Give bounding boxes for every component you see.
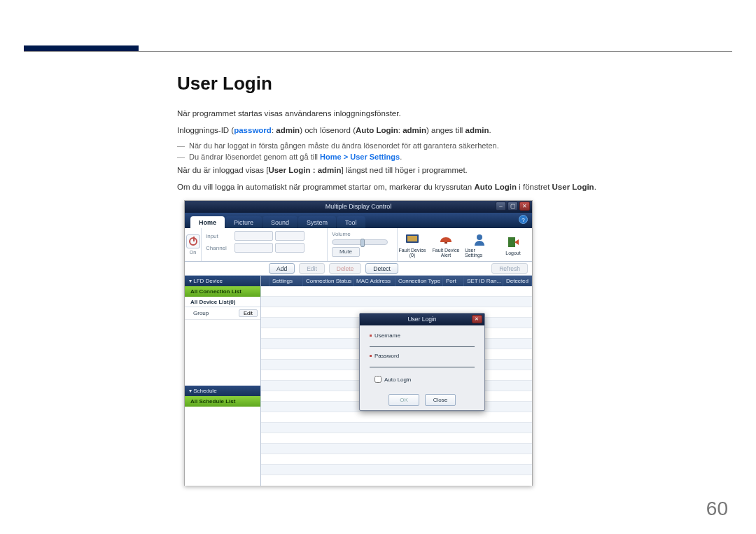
table-row [261, 297, 532, 307]
header-accent-bar [24, 45, 139, 51]
sidebar-all-connection[interactable]: All Connection List [185, 286, 260, 297]
input-label: Input [206, 233, 232, 239]
col-detected[interactable]: Detected [503, 276, 532, 286]
intro-paragraph: När programmet startas visas användarens… [177, 107, 721, 120]
username-label: Username [374, 332, 410, 339]
sidebar-spacer-2 [185, 407, 260, 486]
required-indicator-icon [370, 355, 372, 357]
sidebar-group-edit-button[interactable]: Edit [239, 309, 258, 317]
table-row [261, 433, 532, 444]
menu-tab-bar: Home Picture Sound System Tool ? [185, 213, 532, 228]
note-first-login: När du har loggat in första gången måste… [177, 141, 721, 150]
col-port[interactable]: Port [443, 276, 464, 286]
col-checkbox[interactable] [261, 276, 270, 286]
svg-rect-4 [508, 237, 515, 247]
ribbon-toolbar: On Input Channel Volume Mute Fa [185, 228, 532, 262]
password-label: Password [374, 353, 410, 359]
window-controls: – ▢ ✕ [496, 202, 530, 211]
power-label: On [190, 250, 196, 255]
input-channel-group: Input Channel [202, 228, 328, 261]
channel-select[interactable] [234, 243, 273, 253]
document-body: User Login När programmet startas visas … [177, 73, 721, 198]
user-settings-icon[interactable]: User Settings [465, 232, 494, 258]
auto-login-row: Auto Login [374, 376, 475, 383]
power-button[interactable] [186, 234, 200, 248]
mute-button[interactable]: Mute [332, 247, 360, 257]
sidebar-all-schedule[interactable]: All Schedule List [185, 396, 260, 407]
tab-system[interactable]: System [298, 216, 336, 228]
table-row [261, 286, 532, 297]
table-header-row: Settings Connection Status MAC Address C… [261, 276, 532, 286]
main-area: ▾ LFD Device All Connection List All Dev… [185, 276, 532, 486]
autologin-paragraph: Om du vill logga in automatiskt när prog… [177, 181, 721, 193]
minimize-button[interactable]: – [496, 202, 506, 211]
detect-button[interactable]: Detect [365, 263, 398, 274]
col-setid[interactable]: SET ID Ran... [464, 276, 503, 286]
page-number: 60 [706, 498, 728, 520]
login-dialog-body: Username Password Auto Login [360, 325, 484, 410]
sidebar-schedule-header[interactable]: ▾ Schedule [185, 386, 260, 396]
logout-label: Logout [505, 251, 520, 255]
password-input[interactable] [370, 358, 475, 367]
window-titlebar: Multiple Display Control – ▢ ✕ [185, 201, 532, 213]
app-screenshot: Multiple Display Control – ▢ ✕ Home Pict… [184, 200, 533, 486]
add-button[interactable]: Add [269, 263, 295, 274]
svg-rect-1 [407, 236, 417, 241]
sidebar: ▾ LFD Device All Connection List All Dev… [185, 276, 261, 486]
delete-button[interactable]: Delete [329, 263, 362, 274]
volume-thumb[interactable] [360, 239, 365, 247]
close-button[interactable]: ✕ [519, 202, 530, 211]
svg-point-3 [477, 234, 482, 240]
tab-home[interactable]: Home [190, 216, 225, 228]
help-button[interactable]: ? [519, 215, 528, 224]
action-button-row: Add Edit Delete Detect Refresh [185, 262, 532, 276]
tab-sound[interactable]: Sound [262, 216, 298, 228]
user-settings-label: User Settings [465, 248, 494, 258]
login-dialog-close-button[interactable]: ✕ [472, 315, 482, 323]
edit-button[interactable]: Edit [299, 263, 325, 274]
table-row [261, 454, 532, 465]
fault-device-icon[interactable]: Fault Device (0) [398, 232, 427, 258]
page-title: User Login [177, 73, 721, 94]
auto-login-label: Auto Login [384, 377, 411, 383]
sidebar-all-device[interactable]: All Device List(0) [185, 297, 260, 307]
maximize-button[interactable]: ▢ [507, 202, 518, 211]
tab-tool[interactable]: Tool [337, 216, 365, 228]
note-change-password: Du ändrar lösenordet genom att gå till H… [177, 153, 721, 161]
fault-alert-label: Fault Device Alert [431, 248, 461, 258]
sidebar-spacer [185, 320, 260, 386]
logout-icon[interactable]: Logout [498, 234, 528, 255]
channel-label: Channel [206, 245, 232, 251]
table-row [261, 423, 532, 433]
auto-login-checkbox[interactable] [374, 376, 382, 383]
fault-device-label: Fault Device (0) [398, 248, 427, 258]
power-group: On [185, 228, 202, 261]
required-indicator-icon [370, 335, 372, 337]
table-row [261, 412, 532, 423]
login-dialog-title: User Login [407, 316, 436, 323]
username-input[interactable] [370, 337, 475, 347]
col-conn-status[interactable]: Connection Status [303, 276, 354, 286]
volume-label: Volume [332, 231, 393, 237]
refresh-button[interactable]: Refresh [491, 263, 528, 274]
col-settings[interactable]: Settings [270, 276, 303, 286]
volume-group: Volume Mute [328, 228, 398, 261]
credentials-paragraph: Inloggnings-ID (password: admin) och lös… [177, 124, 721, 136]
svg-rect-2 [444, 242, 447, 244]
toolbar-icons: Fault Device (0) Fault Device Alert User… [398, 228, 532, 261]
login-dialog-buttons: OK Close [370, 394, 475, 406]
input-select[interactable] [234, 231, 273, 241]
input-select-2[interactable] [275, 231, 304, 241]
fault-alert-icon[interactable]: Fault Device Alert [431, 232, 461, 258]
login-ok-button[interactable]: OK [388, 394, 419, 406]
col-conn-type[interactable]: Connection Type [396, 276, 443, 286]
login-close-button[interactable]: Close [425, 394, 456, 406]
table-row [261, 444, 532, 454]
volume-slider[interactable] [332, 239, 388, 245]
tab-picture[interactable]: Picture [225, 216, 262, 228]
status-paragraph: När du är inloggad visas [User Login : a… [177, 164, 721, 176]
sidebar-lfd-header[interactable]: ▾ LFD Device [185, 276, 260, 286]
power-icon [189, 237, 197, 246]
col-mac[interactable]: MAC Address [354, 276, 396, 286]
channel-select-2[interactable] [275, 243, 304, 253]
